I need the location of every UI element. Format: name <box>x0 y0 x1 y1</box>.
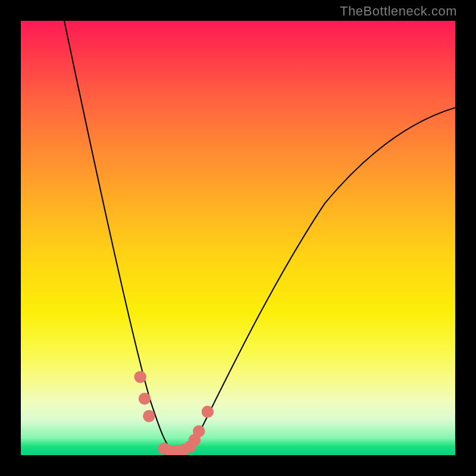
marker-dot <box>143 410 155 422</box>
plot-area <box>21 21 455 455</box>
watermark-text: TheBottleneck.com <box>340 4 457 19</box>
marker-dot <box>193 425 205 437</box>
chart-frame: TheBottleneck.com <box>0 0 476 476</box>
marker-dot <box>202 406 214 418</box>
curve-svg <box>21 21 455 455</box>
marker-dot <box>139 393 151 405</box>
marker-dot <box>134 371 146 383</box>
bottleneck-curve <box>64 21 455 453</box>
